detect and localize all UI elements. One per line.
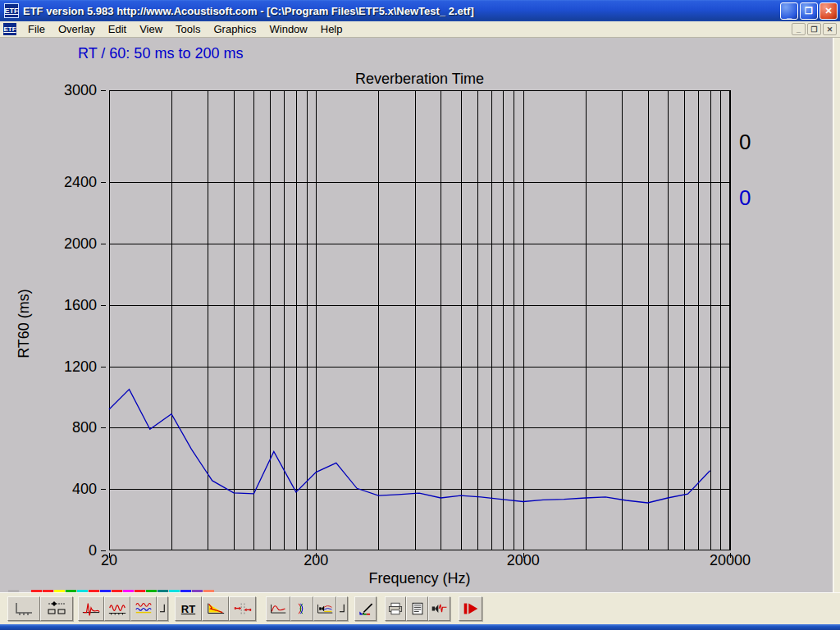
y-tick-label: 3000 [33,82,97,99]
phase-response-button[interactable] [290,596,313,621]
speaker-impulse-icon [431,600,449,617]
step-response-button[interactable] [266,596,290,621]
phase-response-icon [294,600,310,617]
axes-scale-button[interactable] [7,596,40,621]
chart-title: Reverberation Time [109,71,730,88]
corner-toggle-2-icon [337,600,347,617]
io-levels-icon [45,600,68,617]
counter-label-1: 0 [739,185,751,211]
speaker-response-button[interactable] [313,596,336,621]
report-icon [409,600,427,617]
impulse-response-icon [81,600,101,617]
window-bottom-border [0,624,840,630]
axes-scale-icon [12,600,35,617]
measure-play-button[interactable] [459,596,482,621]
rt60-plot [109,90,730,550]
x-tick-label: 20 [76,552,142,569]
print-icon [386,600,404,617]
mdi-close-button[interactable]: ✕ [823,23,837,35]
chart-client-area: RT / 60: 50 ms to 200 ms Reverberation T… [0,38,840,592]
menu-item-window[interactable]: Window [263,21,314,37]
y-tick-label: 2000 [33,235,97,253]
gate-markers-icon [233,600,253,617]
counter-label-0: 0 [739,130,751,155]
close-button[interactable]: ✕ [819,2,838,20]
measure-play-icon [461,600,481,617]
menu-item-tools[interactable]: Tools [169,21,207,37]
title-bar: ETF ETF version 5.983 http://www.Acousti… [0,0,840,21]
mdi-restore-button[interactable]: ❐ [807,23,821,35]
window-title: ETF version 5.983 http://www.Acoustisoft… [23,5,780,17]
frequency-response-icon [107,600,127,617]
report-button[interactable] [406,596,428,621]
menu-item-view[interactable]: View [133,21,169,37]
rt60-icon: RT [181,603,195,615]
restore-button[interactable]: ❐ [800,2,818,20]
menu-item-edit[interactable]: Edit [102,21,133,37]
y-tick-label: 2400 [33,174,97,191]
menu-item-file[interactable]: File [21,21,52,37]
toolbar: RT [0,592,840,624]
mdi-minimize-button[interactable]: _ [792,23,806,35]
y-tick-label: 1200 [33,358,97,376]
x-axis-label: Frequency (Hz) [109,570,730,587]
corner-toggle-1-button[interactable] [157,596,168,621]
marker-pen-icon [357,600,375,617]
menu-items: FileOverlayEditViewToolsGraphicsWindowHe… [21,21,349,37]
overlay-curves-button[interactable] [130,596,157,621]
rt60-button[interactable]: RT [175,596,202,621]
menu-item-overlay[interactable]: Overlay [52,21,102,37]
energy-time-curve-icon [206,600,226,617]
step-response-icon [269,600,287,617]
document-icon[interactable]: ETF [3,23,16,35]
x-tick-label: 200 [283,552,349,569]
corner-toggle-1-icon [158,600,167,617]
overlay-curves-icon [134,600,153,617]
speaker-response-icon [316,600,334,617]
frequency-response-button[interactable] [104,596,130,621]
window-edge-strip [833,38,840,592]
app-icon[interactable]: ETF [4,3,19,18]
rt60-data-line [109,390,710,503]
speaker-impulse-button[interactable] [428,596,450,621]
menu-bar: ETF FileOverlayEditViewToolsGraphicsWind… [0,21,840,38]
marker-pen-button[interactable] [354,596,377,621]
x-tick-label: 20000 [697,552,763,569]
x-tick-label: 2000 [491,552,556,569]
rt-range-annotation: RT / 60: 50 ms to 200 ms [78,45,243,62]
y-tick-label: 800 [33,419,97,436]
menu-item-graphics[interactable]: Graphics [207,21,262,37]
y-tick-label: 1600 [33,297,97,314]
menu-item-help[interactable]: Help [314,21,349,37]
minimize-button[interactable]: _ [780,2,798,20]
print-button[interactable] [385,596,406,621]
y-axis-label: RT60 (ms) [16,271,33,377]
corner-toggle-2-button[interactable] [336,596,348,621]
gate-markers-button[interactable] [229,596,256,621]
y-tick-label: 400 [33,481,97,498]
io-levels-button[interactable] [40,596,73,621]
impulse-response-button[interactable] [78,596,104,621]
energy-time-curve-button[interactable] [202,596,229,621]
